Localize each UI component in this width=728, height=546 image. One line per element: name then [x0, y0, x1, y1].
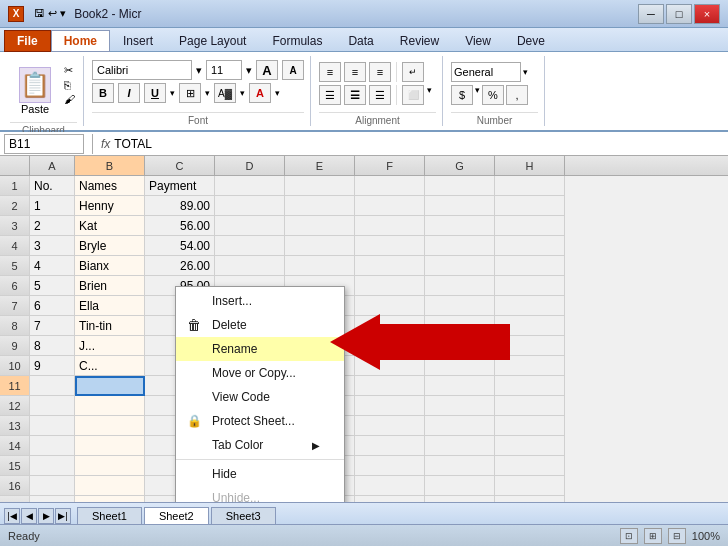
font-size-dropdown-icon[interactable]: ▾ — [246, 64, 252, 77]
col-header-g[interactable]: G — [425, 156, 495, 175]
cell-a[interactable] — [30, 436, 75, 456]
cell-c[interactable]: 89.00 — [145, 196, 215, 216]
cell-b[interactable]: Kat — [75, 216, 145, 236]
cell-a[interactable]: 1 — [30, 196, 75, 216]
cell-h[interactable] — [495, 436, 565, 456]
cell-a[interactable]: 6 — [30, 296, 75, 316]
tab-developer[interactable]: Deve — [504, 30, 558, 51]
cell-b[interactable] — [75, 496, 145, 502]
cell-e[interactable] — [285, 176, 355, 196]
normal-view-button[interactable]: ⊡ — [620, 528, 638, 544]
percent-button[interactable]: % — [482, 85, 504, 105]
col-header-b[interactable]: B — [75, 156, 145, 175]
border-dropdown[interactable]: ▾ — [205, 88, 210, 98]
font-name-dropdown-icon[interactable]: ▾ — [196, 64, 202, 77]
bold-button[interactable]: B — [92, 83, 114, 103]
sheet-nav-next[interactable]: ▶ — [38, 508, 54, 524]
ctx-protect-sheet[interactable]: 🔒 Protect Sheet... — [176, 409, 344, 433]
cell-a[interactable]: 8 — [30, 336, 75, 356]
close-button[interactable]: × — [694, 4, 720, 24]
cell-a[interactable] — [30, 476, 75, 496]
ctx-insert[interactable]: Insert... — [176, 289, 344, 313]
maximize-button[interactable]: □ — [666, 4, 692, 24]
sheet-tab-3[interactable]: Sheet3 — [211, 507, 276, 524]
cell-f[interactable] — [355, 216, 425, 236]
cell-h[interactable] — [495, 216, 565, 236]
cell-f[interactable] — [355, 416, 425, 436]
cell-c[interactable]: Payment — [145, 176, 215, 196]
cell-h[interactable] — [495, 456, 565, 476]
name-box[interactable] — [4, 134, 84, 154]
cell-b[interactable] — [75, 476, 145, 496]
sheet-tab-2[interactable]: Sheet2 — [144, 507, 209, 524]
ctx-hide[interactable]: Hide — [176, 462, 344, 486]
cell-b[interactable]: Tin-tin — [75, 316, 145, 336]
ctx-tab-color[interactable]: Tab Color ▶ — [176, 433, 344, 457]
cell-h[interactable] — [495, 476, 565, 496]
col-header-h[interactable]: H — [495, 156, 565, 175]
comma-button[interactable]: , — [506, 85, 528, 105]
decrease-font-button[interactable]: A — [282, 60, 304, 80]
cell-b[interactable]: Brien — [75, 276, 145, 296]
page-break-button[interactable]: ⊟ — [668, 528, 686, 544]
cell-a[interactable]: 5 — [30, 276, 75, 296]
paste-button[interactable]: 📋 Paste — [12, 62, 58, 120]
cell-e[interactable] — [285, 216, 355, 236]
cell-g[interactable] — [425, 436, 495, 456]
cell-h[interactable] — [495, 236, 565, 256]
align-right-button[interactable]: ☰ — [369, 85, 391, 105]
cell-b[interactable] — [75, 436, 145, 456]
cell-f[interactable] — [355, 236, 425, 256]
col-header-c[interactable]: C — [145, 156, 215, 175]
sheet-tab-1[interactable]: Sheet1 — [77, 507, 142, 524]
tab-data[interactable]: Data — [335, 30, 386, 51]
cell-f[interactable] — [355, 456, 425, 476]
cell-d[interactable] — [215, 256, 285, 276]
font-name-input[interactable] — [92, 60, 192, 80]
tab-insert[interactable]: Insert — [110, 30, 166, 51]
cell-f[interactable] — [355, 496, 425, 502]
cell-g[interactable] — [425, 296, 495, 316]
increase-font-button[interactable]: A — [256, 60, 278, 80]
cell-g[interactable] — [425, 196, 495, 216]
sheet-nav-prev[interactable]: ◀ — [21, 508, 37, 524]
sheet-nav-last[interactable]: ▶| — [55, 508, 71, 524]
cell-f[interactable] — [355, 296, 425, 316]
copy-button[interactable]: ⎘ — [64, 79, 75, 91]
cell-g[interactable] — [425, 396, 495, 416]
align-left-button[interactable]: ☰ — [319, 85, 341, 105]
cell-b[interactable]: C... — [75, 356, 145, 376]
cell-b[interactable]: Bryle — [75, 236, 145, 256]
cell-a[interactable] — [30, 416, 75, 436]
cell-a[interactable]: No. — [30, 176, 75, 196]
minimize-button[interactable]: ─ — [638, 4, 664, 24]
fill-dropdown[interactable]: ▾ — [240, 88, 245, 98]
number-format-dropdown[interactable]: ▾ — [523, 67, 528, 77]
tab-page-layout[interactable]: Page Layout — [166, 30, 259, 51]
cell-h[interactable] — [495, 176, 565, 196]
underline-dropdown[interactable]: ▾ — [170, 88, 175, 98]
cell-e[interactable] — [285, 196, 355, 216]
wrap-text-button[interactable]: ↵ — [402, 62, 424, 82]
cell-b[interactable]: Henny — [75, 196, 145, 216]
cell-f[interactable] — [355, 256, 425, 276]
cell-d[interactable] — [215, 176, 285, 196]
cell-f[interactable] — [355, 276, 425, 296]
cell-a[interactable]: 4 — [30, 256, 75, 276]
merge-button[interactable]: ⬜ — [402, 85, 424, 105]
cell-h[interactable] — [495, 296, 565, 316]
cell-g[interactable] — [425, 236, 495, 256]
cell-g[interactable] — [425, 376, 495, 396]
cell-h[interactable] — [495, 256, 565, 276]
tab-home[interactable]: Home — [51, 30, 110, 52]
tab-review[interactable]: Review — [387, 30, 452, 51]
cell-h[interactable] — [495, 396, 565, 416]
cell-a[interactable] — [30, 496, 75, 502]
cell-e[interactable] — [285, 236, 355, 256]
ctx-delete[interactable]: 🗑 Delete — [176, 313, 344, 337]
cell-a[interactable] — [30, 456, 75, 476]
tab-formulas[interactable]: Formulas — [259, 30, 335, 51]
col-header-d[interactable]: D — [215, 156, 285, 175]
cell-a[interactable]: 2 — [30, 216, 75, 236]
font-size-input[interactable] — [206, 60, 242, 80]
